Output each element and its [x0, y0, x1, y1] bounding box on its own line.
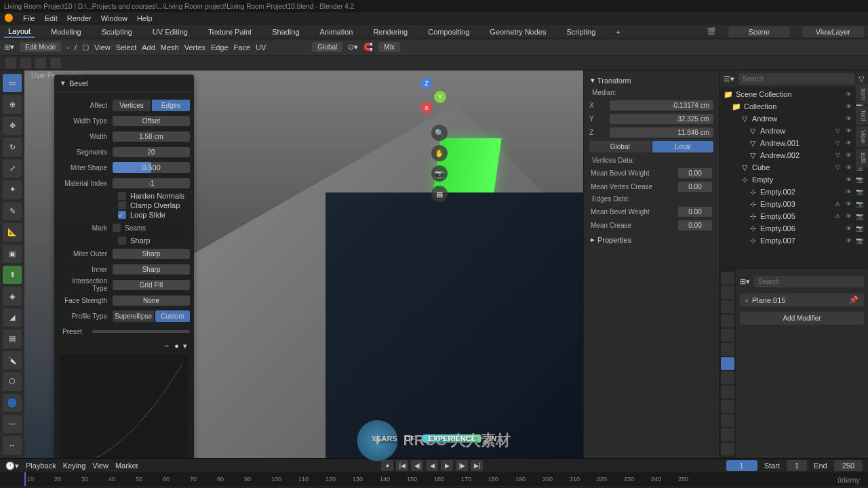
outliner-item[interactable]: ⊹Empty👁📷 [721, 174, 867, 186]
tab-modeling[interactable]: Modeling [47, 26, 85, 37]
tab-sculpting[interactable]: Sculpting [98, 26, 136, 37]
tool-addcube[interactable]: ▣ [3, 245, 22, 263]
snap-mode[interactable]: Mix [378, 42, 400, 52]
tl-keying[interactable]: Keying [63, 462, 86, 470]
widthtype-field[interactable]: Offset [113, 116, 190, 126]
pin-icon[interactable]: 📌 [849, 296, 859, 304]
outliner-item[interactable]: ⊹Empty.003⚠👁📷 [721, 198, 867, 210]
y-field[interactable]: 32.325 cm [610, 114, 713, 124]
tool-measure[interactable]: 📐 [3, 223, 22, 241]
prop-output-icon[interactable] [721, 286, 734, 299]
mc-field[interactable]: 0.00 [678, 220, 712, 230]
pan-icon[interactable]: ✋ [431, 145, 448, 161]
mvc-field[interactable]: 0.00 [678, 182, 712, 192]
snap-vol-icon[interactable] [50, 58, 61, 68]
tool-annotate[interactable]: ✎ [3, 202, 22, 220]
tool-knife[interactable]: 🔪 [3, 351, 22, 369]
mbw2-field[interactable]: 0.00 [678, 207, 712, 217]
tl-view[interactable]: View [92, 462, 108, 470]
outliner-item[interactable]: ▽Andrew.002▽👁📷 [721, 149, 867, 161]
z-field[interactable]: 11.846 cm [610, 127, 713, 138]
matindex-field[interactable]: -1 [113, 178, 190, 188]
nav-gizmo[interactable]: Z Y X [407, 77, 448, 118]
global-btn[interactable]: Global [589, 141, 651, 152]
outliner-item[interactable]: ⊹Empty.006👁📷 [721, 222, 867, 235]
axis-x[interactable]: X [420, 102, 433, 114]
obj-name[interactable]: Plane.015 [752, 296, 786, 304]
snap-edge-icon[interactable] [20, 58, 31, 68]
prop-physics-icon[interactable] [721, 386, 734, 399]
tool-extrude[interactable]: ⬆ [3, 266, 22, 284]
operator-title[interactable]: ▾ Bevel [54, 75, 194, 92]
facestrength-field[interactable]: None [113, 296, 190, 306]
prop-modifier-icon[interactable] [721, 357, 734, 370]
menu-file[interactable]: File [23, 14, 35, 22]
outliner-item[interactable]: 📁Scene Collection👁📷 [721, 88, 867, 100]
x-field[interactable]: -0.13174 cm [610, 100, 713, 110]
segments-field[interactable]: 20 [113, 147, 190, 157]
orientation-select[interactable]: Global [312, 42, 342, 52]
menu-edge[interactable]: Edge [211, 43, 229, 52]
timeline-scale[interactable]: 1020304050607080901001101201301401501601… [0, 472, 868, 486]
menu-select[interactable]: Select [116, 43, 137, 52]
persp-icon[interactable]: ▦ [431, 186, 448, 202]
outliner-item[interactable]: ▽Andrew.001▽👁📷 [721, 137, 867, 149]
tl-type-icon[interactable]: 🕐▾ [5, 462, 19, 470]
menu-mesh[interactable]: Mesh [161, 43, 179, 52]
intersection-field[interactable]: Grid Fill [113, 280, 190, 290]
tool-select-box[interactable]: ▭ [3, 74, 22, 92]
edge-select-icon[interactable]: / [75, 43, 77, 52]
menu-uvh[interactable]: UV [256, 43, 266, 52]
snap-vert-icon[interactable] [5, 58, 16, 68]
local-btn[interactable]: Local [652, 141, 714, 152]
prop-obj-icon[interactable] [721, 343, 734, 356]
menu-vertex[interactable]: Vertex [184, 43, 205, 52]
timeline-cursor[interactable] [24, 472, 26, 486]
mitershape-field[interactable]: 0.500 [113, 162, 190, 173]
outliner-item[interactable]: 📁Collection👁📷 [721, 100, 867, 113]
tool-move[interactable]: ✥ [3, 117, 22, 135]
jump-end-icon[interactable]: ▶| [471, 460, 483, 471]
outliner-item[interactable]: ▽Andrew👁📷 [721, 113, 867, 125]
props-search[interactable] [754, 276, 864, 287]
tab-add[interactable]: + [612, 26, 624, 37]
tool-transform[interactable]: ✦ [3, 180, 22, 199]
viewport-3d[interactable]: User Perspective Z Y X 🔍 ✋ 📷 ▦ Options X… [24, 70, 583, 458]
tool-bevel[interactable]: ◢ [3, 308, 22, 327]
tool-inset[interactable]: ◈ [3, 287, 22, 305]
prev-key-icon[interactable]: ◀| [411, 460, 423, 471]
menu-help[interactable]: Help [137, 14, 153, 22]
affect-vertices[interactable]: Vertices [113, 100, 151, 111]
autokey-icon[interactable]: ● [381, 460, 393, 471]
sharp-check[interactable]: Sharp [58, 237, 190, 245]
prop-particle-icon[interactable] [721, 371, 734, 384]
curve-pan-icon[interactable]: ↔ [163, 342, 170, 350]
preset-field[interactable] [92, 330, 190, 333]
tool-smooth[interactable]: 〰 [3, 415, 22, 433]
transform-header[interactable]: ▾ Transform [587, 73, 716, 87]
curve-menu-icon[interactable]: ▾ [183, 342, 187, 350]
camera-icon[interactable]: 📷 [431, 165, 448, 182]
jump-start-icon[interactable]: |◀ [396, 460, 408, 471]
tab-shading[interactable]: Shading [268, 26, 303, 37]
vert-select-icon[interactable]: ◦ [66, 43, 69, 52]
outliner-tree[interactable]: 📁Scene Collection👁📷📁Collection👁📷▽Andrew👁… [719, 87, 868, 268]
prop-render-icon[interactable] [721, 272, 734, 285]
width-field[interactable]: 1.58 cm [113, 131, 190, 142]
snap-face-icon[interactable] [35, 58, 46, 68]
tab-anim[interactable]: Animation [316, 26, 357, 37]
tab-tool[interactable]: Tool [856, 106, 868, 125]
loop-slide-check[interactable]: ✓Loop Slide [58, 211, 190, 219]
outliner-item[interactable]: ⊹Empty.002👁📷 [721, 186, 867, 198]
profile-superellipse[interactable]: Superellipse [113, 310, 154, 322]
prop-texture-icon[interactable] [721, 443, 734, 455]
axis-z[interactable]: Z [420, 77, 433, 89]
snap-icon[interactable]: 🧲 [363, 43, 373, 52]
start-frame[interactable]: 1 [787, 460, 807, 471]
clamp-overlap-check[interactable]: Clamp Overlap [58, 201, 190, 209]
mbw-field[interactable]: 0.00 [678, 168, 712, 178]
curve-point-icon[interactable]: ● [174, 342, 179, 350]
play-rev-icon[interactable]: ◀ [426, 460, 438, 471]
tool-spin[interactable]: 🌀 [3, 394, 22, 412]
miterouter-field[interactable]: Sharp [113, 249, 190, 259]
